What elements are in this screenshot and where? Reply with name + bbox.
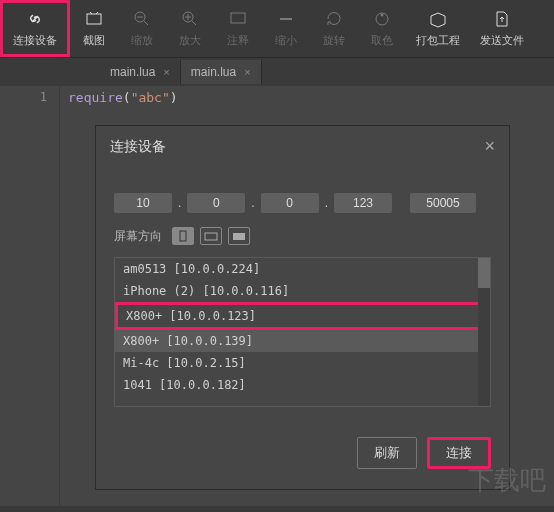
tool-label: 缩放 [131, 33, 153, 48]
refresh-button[interactable]: 刷新 [357, 437, 417, 469]
dialog-buttons: 刷新 连接 [114, 437, 491, 469]
rotate-icon [324, 9, 344, 29]
dot: . [178, 196, 181, 210]
tab[interactable]: main.lua× [181, 60, 262, 84]
tool-label: 注释 [227, 33, 249, 48]
ip-octet-3[interactable] [261, 193, 319, 213]
scrollbar[interactable] [478, 258, 490, 406]
svg-point-5 [381, 14, 384, 17]
svg-rect-3 [231, 13, 245, 23]
keyword: require [68, 90, 123, 105]
landscape-left-icon[interactable] [200, 227, 222, 245]
tool-send-file[interactable]: 发送文件 [470, 0, 534, 57]
device-list[interactable]: am0513 [10.0.0.224]iPhone (2) [10.0.0.11… [114, 257, 491, 407]
link-icon [25, 9, 45, 29]
close-icon[interactable]: × [163, 66, 169, 78]
close-icon[interactable]: × [484, 136, 495, 157]
dialog-titlebar: 连接设备 × [96, 126, 509, 167]
ip-row: . . . [114, 193, 491, 213]
tool-package[interactable]: 打包工程 [406, 0, 470, 57]
device-item[interactable]: 1041 [10.0.0.182] [115, 374, 490, 396]
tool-zoom-out[interactable]: 缩放 [118, 0, 166, 57]
orientation-label: 屏幕方向 [114, 228, 162, 245]
tab-label: main.lua [110, 65, 155, 79]
portrait-icon[interactable] [172, 227, 194, 245]
connect-device-dialog: 连接设备 × . . . 屏幕方向 am0513 [10.0.0.224]iPh… [95, 125, 510, 490]
tool-zoom-in[interactable]: 放大 [166, 0, 214, 57]
minimize-icon [276, 9, 296, 29]
dot: . [251, 196, 254, 210]
string-literal: "abc" [131, 90, 170, 105]
paren: ) [170, 90, 178, 105]
tool-label: 截图 [83, 33, 105, 48]
tab-bar: main.lua×main.lua× [0, 58, 554, 86]
svg-rect-0 [87, 14, 101, 24]
device-item[interactable]: am0513 [10.0.0.224] [115, 258, 490, 280]
toolbar: 连接设备截图缩放放大注释缩小旋转取色打包工程发送文件 [0, 0, 554, 58]
comment-icon [228, 9, 248, 29]
close-icon[interactable]: × [244, 66, 250, 78]
line-number: 1 [0, 90, 47, 104]
tool-rotate[interactable]: 旋转 [310, 0, 358, 57]
tool-label: 旋转 [323, 33, 345, 48]
ip-octet-2[interactable] [187, 193, 245, 213]
tool-link[interactable]: 连接设备 [0, 0, 70, 57]
color-picker-icon [372, 9, 392, 29]
port-field[interactable] [410, 193, 476, 213]
svg-rect-7 [205, 233, 217, 240]
zoom-out-icon [132, 9, 152, 29]
dot: . [325, 196, 328, 210]
screenshot-icon [84, 9, 104, 29]
zoom-in-icon [180, 9, 200, 29]
tab[interactable]: main.lua× [100, 60, 181, 84]
paren: ( [123, 90, 131, 105]
tool-minimize[interactable]: 缩小 [262, 0, 310, 57]
orientation-row: 屏幕方向 [114, 227, 491, 245]
dialog-title: 连接设备 [110, 138, 166, 156]
tab-label: main.lua [191, 65, 236, 79]
tool-label: 取色 [371, 33, 393, 48]
landscape-right-icon[interactable] [228, 227, 250, 245]
device-item[interactable]: Mi-4c [10.0.2.15] [115, 352, 490, 374]
device-item[interactable]: iPhone (2) [10.0.0.116] [115, 280, 490, 302]
send-file-icon [492, 9, 512, 29]
dialog-body: . . . 屏幕方向 am0513 [10.0.0.224]iPhone (2)… [96, 167, 509, 477]
ip-octet-1[interactable] [114, 193, 172, 213]
ip-octet-4[interactable] [334, 193, 392, 213]
svg-rect-8 [233, 233, 245, 240]
connect-button[interactable]: 连接 [427, 437, 491, 469]
tool-label: 放大 [179, 33, 201, 48]
package-icon [428, 9, 448, 29]
tool-label: 打包工程 [416, 33, 460, 48]
tool-label: 发送文件 [480, 33, 524, 48]
tool-label: 缩小 [275, 33, 297, 48]
device-item[interactable]: X800+ [10.0.0.139] [115, 330, 490, 352]
tool-label: 连接设备 [13, 33, 57, 48]
line-gutter: 1 [0, 86, 60, 506]
scrollbar-thumb[interactable] [478, 258, 490, 288]
tool-screenshot[interactable]: 截图 [70, 0, 118, 57]
tool-comment[interactable]: 注释 [214, 0, 262, 57]
device-item[interactable]: X800+ [10.0.0.123] [115, 302, 490, 330]
svg-rect-6 [180, 231, 186, 241]
tool-color-picker[interactable]: 取色 [358, 0, 406, 57]
orientation-icons [172, 227, 250, 245]
